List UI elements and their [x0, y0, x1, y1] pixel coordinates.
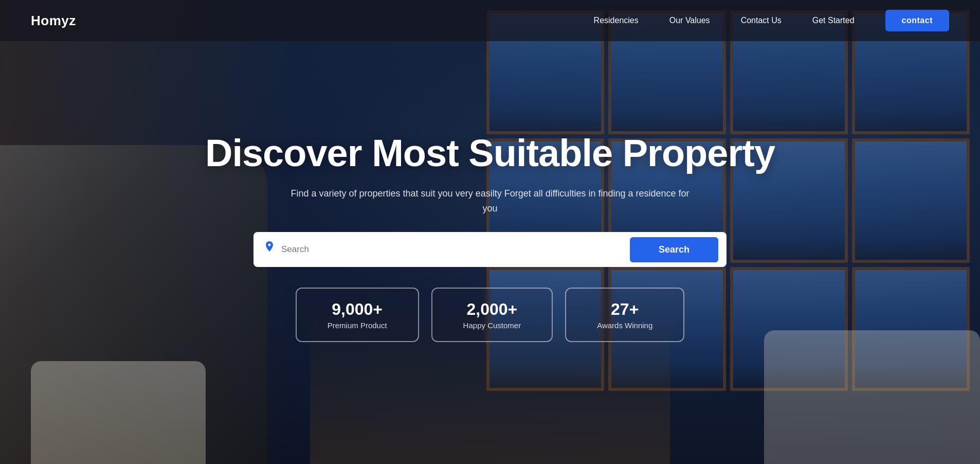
sofa-right-decoration — [764, 330, 980, 464]
hero-title: Discover Most Suitable Property — [205, 132, 775, 174]
stat-happy-number: 2,000+ — [463, 300, 521, 319]
stat-awards-label: Awards Winning — [597, 321, 652, 330]
site-logo[interactable]: Homyz — [31, 13, 76, 29]
nav-our-values[interactable]: Our Values — [669, 16, 710, 25]
search-bar: Search — [253, 232, 727, 267]
stat-awards-number: 27+ — [597, 300, 652, 319]
stat-premium-label: Premium Product — [328, 321, 387, 330]
sofa-left-decoration — [31, 361, 206, 464]
nav-links: Residencies Our Values Contact Us Get St… — [594, 10, 949, 31]
hero-subtitle: Find a variety of properties that suit y… — [289, 186, 691, 216]
stat-awards-winning: 27+ Awards Winning — [565, 288, 684, 342]
stat-premium-number: 9,000+ — [328, 300, 387, 319]
navbar-contact-button[interactable]: contact — [885, 10, 949, 31]
nav-get-started[interactable]: Get Started — [812, 16, 855, 25]
location-pin-icon — [264, 241, 275, 258]
hero-content: Discover Most Suitable Property Find a v… — [102, 132, 878, 343]
search-button[interactable]: Search — [630, 237, 718, 262]
stat-happy-label: Happy Customer — [463, 321, 521, 330]
nav-contact-us[interactable]: Contact Us — [741, 16, 782, 25]
navbar: Homyz Residencies Our Values Contact Us … — [0, 0, 980, 41]
nav-residencies[interactable]: Residencies — [594, 16, 639, 25]
stat-happy-customer: 2,000+ Happy Customer — [431, 288, 553, 342]
stat-premium-product: 9,000+ Premium Product — [296, 288, 419, 342]
stats-row: 9,000+ Premium Product 2,000+ Happy Cust… — [296, 288, 685, 342]
search-input[interactable] — [281, 244, 624, 255]
hero-section: Homyz Residencies Our Values Contact Us … — [0, 0, 980, 464]
